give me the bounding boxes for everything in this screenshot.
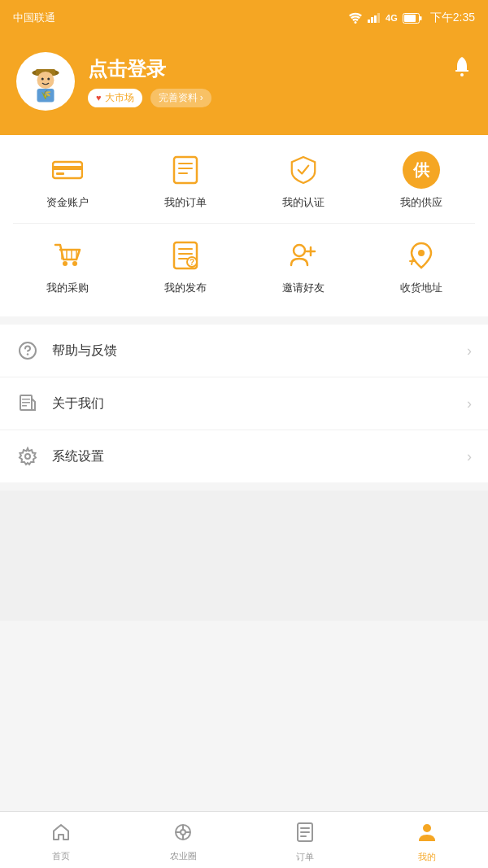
funds-label: 资金账户 bbox=[46, 195, 89, 210]
svg-rect-19 bbox=[174, 157, 197, 183]
profile-left: 🌾 点击登录 ♥ 大市场 完善资料 › bbox=[16, 52, 211, 111]
tab-mine[interactable]: 我的 bbox=[366, 817, 488, 863]
menu-item-invite[interactable]: 邀请好友 bbox=[244, 237, 362, 295]
tab-bar: 首页 农业圈 订单 bbox=[0, 811, 488, 868]
battery-icon bbox=[403, 13, 422, 24]
svg-point-35 bbox=[294, 245, 305, 256]
svg-point-47 bbox=[25, 454, 30, 459]
svg-point-38 bbox=[418, 250, 425, 256]
menu-item-supply[interactable]: 供 我的供应 bbox=[362, 151, 480, 210]
settings-label: 系统设置 bbox=[52, 448, 467, 465]
orders-label: 我的订单 bbox=[164, 195, 207, 210]
help-label: 帮助与反馈 bbox=[52, 342, 467, 360]
svg-rect-17 bbox=[53, 166, 82, 170]
list-item-settings[interactable]: 系统设置 › bbox=[0, 430, 488, 482]
svg-point-42 bbox=[27, 353, 28, 355]
menu-item-orders[interactable]: 我的订单 bbox=[126, 151, 244, 210]
status-bar: 中国联通 4G 下午2:35 bbox=[0, 0, 488, 36]
svg-text:?: ? bbox=[189, 258, 194, 267]
status-icons: 4G 下午2:35 bbox=[348, 11, 475, 25]
purchase-icon bbox=[49, 237, 86, 274]
tab-orders[interactable]: 订单 bbox=[244, 817, 366, 863]
menu-row-2: 我的采购 ? 我的发布 bbox=[0, 237, 488, 295]
tab-agri-label: 农业圈 bbox=[170, 850, 197, 862]
publish-icon: ? bbox=[167, 237, 204, 274]
profile-tags: ♥ 大市场 完善资料 › bbox=[88, 89, 211, 107]
agri-tab-icon bbox=[173, 822, 193, 847]
cert-label: 我的认证 bbox=[282, 195, 325, 210]
farmer-illustration: 🌾 bbox=[21, 57, 70, 106]
market-label: 大市场 bbox=[105, 91, 134, 105]
svg-rect-44 bbox=[22, 399, 30, 400]
time-text: 下午2:35 bbox=[430, 11, 475, 25]
orders-tab-icon bbox=[296, 822, 314, 848]
svg-point-58 bbox=[423, 824, 431, 832]
publish-label: 我的发布 bbox=[164, 281, 207, 295]
login-button[interactable]: 点击登录 bbox=[88, 56, 211, 82]
svg-point-12 bbox=[47, 78, 50, 81]
about-icon bbox=[16, 392, 39, 415]
menu-item-purchase[interactable]: 我的采购 bbox=[8, 237, 126, 295]
invite-icon bbox=[285, 237, 322, 274]
home-tab-icon bbox=[51, 822, 71, 847]
tab-home-label: 首页 bbox=[52, 850, 70, 862]
orders-icon bbox=[167, 151, 204, 189]
svg-rect-45 bbox=[22, 402, 30, 403]
svg-text:🌾: 🌾 bbox=[41, 89, 52, 100]
settings-arrow: › bbox=[467, 448, 472, 465]
tab-mine-label: 我的 bbox=[418, 851, 436, 863]
funds-icon bbox=[49, 151, 86, 189]
svg-rect-46 bbox=[22, 405, 27, 407]
address-icon bbox=[403, 237, 440, 274]
menu-item-publish[interactable]: ? 我的发布 bbox=[126, 237, 244, 295]
profile-info: 点击登录 ♥ 大市场 完善资料 › bbox=[88, 56, 211, 107]
complete-tag[interactable]: 完善资料 › bbox=[150, 89, 211, 107]
carrier-text: 中国联通 bbox=[13, 11, 55, 25]
svg-point-0 bbox=[355, 21, 357, 24]
cert-icon bbox=[285, 151, 322, 189]
empty-area bbox=[0, 491, 488, 621]
wifi-icon bbox=[348, 12, 363, 24]
invite-label: 邀请好友 bbox=[282, 281, 325, 295]
tab-orders-label: 订单 bbox=[296, 851, 314, 863]
signal-icon bbox=[368, 13, 381, 23]
about-arrow: › bbox=[467, 395, 472, 412]
svg-rect-7 bbox=[420, 16, 422, 20]
supply-icon: 供 bbox=[403, 151, 440, 189]
menu-row-1: 资金账户 我的订单 我的认证 bbox=[0, 151, 488, 210]
svg-point-11 bbox=[41, 78, 44, 81]
svg-point-10 bbox=[37, 72, 54, 89]
svg-point-24 bbox=[72, 261, 77, 266]
supply-label: 我的供应 bbox=[400, 195, 442, 210]
settings-icon bbox=[16, 445, 39, 468]
purchase-label: 我的采购 bbox=[46, 281, 89, 295]
address-label: 收货地址 bbox=[400, 281, 442, 295]
mine-tab-icon bbox=[417, 822, 437, 848]
svg-rect-3 bbox=[374, 15, 377, 23]
help-arrow: › bbox=[467, 342, 472, 360]
svg-point-23 bbox=[63, 261, 68, 266]
heart-icon: ♥ bbox=[96, 93, 102, 103]
tab-home[interactable]: 首页 bbox=[0, 818, 122, 862]
svg-rect-6 bbox=[404, 15, 416, 22]
menu-item-address[interactable]: 收货地址 bbox=[362, 237, 480, 295]
tab-agri[interactable]: 农业圈 bbox=[122, 818, 244, 862]
avatar[interactable]: 🌾 bbox=[16, 52, 75, 111]
network-type: 4G bbox=[386, 13, 398, 23]
svg-point-49 bbox=[181, 830, 185, 835]
profile-header: 🌾 点击登录 ♥ 大市场 完善资料 › bbox=[0, 36, 488, 135]
help-icon bbox=[16, 339, 39, 362]
menu-item-funds[interactable]: 资金账户 bbox=[8, 151, 126, 210]
notification-bell[interactable] bbox=[452, 55, 472, 81]
svg-rect-18 bbox=[56, 172, 64, 175]
quick-menu: 资金账户 我的订单 我的认证 bbox=[0, 135, 488, 316]
svg-rect-2 bbox=[371, 17, 373, 23]
list-menu: 帮助与反馈 › 关于我们 › 系统设置 › bbox=[0, 325, 488, 482]
about-label: 关于我们 bbox=[52, 395, 467, 412]
market-tag[interactable]: ♥ 大市场 bbox=[88, 89, 142, 107]
list-item-help[interactable]: 帮助与反馈 › bbox=[0, 325, 488, 377]
svg-rect-4 bbox=[377, 13, 380, 23]
svg-point-15 bbox=[460, 73, 464, 76]
menu-item-cert[interactable]: 我的认证 bbox=[244, 151, 362, 210]
list-item-about[interactable]: 关于我们 › bbox=[0, 377, 488, 430]
